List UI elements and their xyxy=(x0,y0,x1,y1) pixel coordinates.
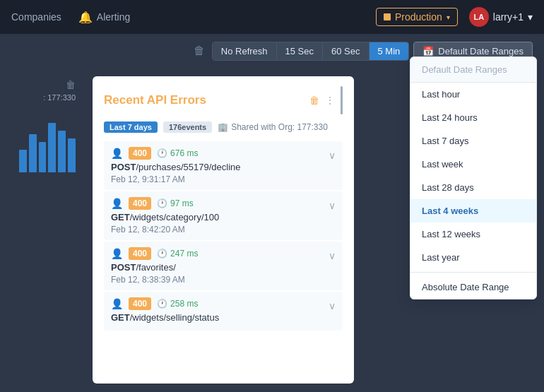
http-method: POST xyxy=(111,262,136,273)
user-label: larry+1 xyxy=(493,11,524,23)
clock-icon: 🕐 xyxy=(157,299,167,309)
clock-icon: 🕐 xyxy=(157,198,167,208)
card-header: Recent API Errors 🗑 ⋮ xyxy=(104,86,343,114)
user-menu-button[interactable]: LA larry+1 ▾ xyxy=(469,7,533,27)
top-nav: Companies 🔔 Alerting Production ▾ LA lar… xyxy=(0,0,544,34)
error-item-top: 👤 400 🕐 247 ms xyxy=(111,247,336,260)
endpoint-path: /widgets/selling/status xyxy=(130,312,219,323)
nav-left: Companies 🔔 Alerting xyxy=(11,11,130,24)
endpoint-path: /favorites/ xyxy=(136,262,175,273)
production-chevron-icon: ▾ xyxy=(447,13,450,21)
dropdown-item[interactable]: Last 24 hours xyxy=(410,106,536,129)
dropdown-item[interactable]: Last 4 weeks xyxy=(410,199,536,222)
endpoint-path: /widgets/category/100 xyxy=(130,212,219,222)
http-method: GET xyxy=(111,212,130,222)
error-item: 👤 400 🕐 676 ms POST/purchases/55179/decl… xyxy=(104,141,343,190)
org-icon: 🏢 xyxy=(218,122,228,132)
expand-icon[interactable]: ∨ xyxy=(329,300,336,311)
error-code: 400 xyxy=(129,147,151,160)
error-item: 👤 400 🕐 247 ms POST/favorites/ Feb 12, 8… xyxy=(104,242,343,290)
dropdown-item[interactable]: Last 12 weeks xyxy=(410,222,536,246)
date-range-dropdown: Default Date Ranges Last hourLast 24 hou… xyxy=(410,57,537,299)
error-path: POST/purchases/55179/decline xyxy=(111,162,336,172)
recent-api-errors-card: Recent API Errors 🗑 ⋮ Last 7 days 176eve… xyxy=(93,76,354,384)
chart-bar xyxy=(58,131,66,172)
avatar: LA xyxy=(469,7,489,27)
scrollbar[interactable] xyxy=(341,86,343,114)
left-panel: 🗑 : 177:330 xyxy=(0,68,81,392)
error-item: 👤 400 🕐 97 ms GET/widgets/category/100 F… xyxy=(104,191,343,240)
error-path: GET/widgets/category/100 xyxy=(111,212,336,222)
expand-icon[interactable]: ∨ xyxy=(329,150,336,161)
chart-bar xyxy=(48,123,56,172)
expand-icon[interactable]: ∨ xyxy=(329,200,336,211)
clock-icon: 🕐 xyxy=(157,148,167,158)
user-chevron-icon: ▾ xyxy=(528,11,533,23)
card-drag-icon[interactable]: ⋮ xyxy=(325,95,335,106)
chart-bar xyxy=(68,138,76,172)
no-refresh-button[interactable]: No Refresh xyxy=(213,42,277,60)
error-date: Feb 12, 8:42:20 AM xyxy=(111,225,336,234)
dropdown-item[interactable]: Last 28 days xyxy=(410,176,536,199)
nav-companies[interactable]: Companies xyxy=(11,11,61,23)
production-button[interactable]: Production ▾ xyxy=(376,8,458,26)
error-item-top: 👤 400 🕐 258 ms xyxy=(111,297,336,310)
bell-icon: 🔔 xyxy=(78,11,93,24)
card-title: Recent API Errors xyxy=(104,93,206,107)
chart-bar xyxy=(19,150,27,172)
dropdown-item[interactable]: Last year xyxy=(410,246,536,269)
error-path: GET/widgets/selling/status xyxy=(111,312,336,323)
error-time: 🕐 97 ms xyxy=(157,198,194,208)
http-method: GET xyxy=(111,312,130,323)
user-icon: 👤 xyxy=(111,198,123,209)
card-trash-icon[interactable]: 🗑 xyxy=(309,95,319,106)
chart-bar xyxy=(29,134,37,172)
error-code: 400 xyxy=(129,297,151,310)
bar-chart xyxy=(19,116,76,172)
widget-label: : 177:330 xyxy=(43,93,76,102)
user-icon: 👤 xyxy=(111,298,123,309)
nav-right: Production ▾ LA larry+1 ▾ xyxy=(376,7,533,27)
dropdown-item[interactable]: Last hour xyxy=(410,83,536,106)
card-actions: 🗑 ⋮ xyxy=(309,86,343,114)
expand-icon[interactable]: ∨ xyxy=(329,250,336,261)
error-item-top: 👤 400 🕐 676 ms xyxy=(111,147,336,160)
error-list: 👤 400 🕐 676 ms POST/purchases/55179/decl… xyxy=(104,141,343,331)
clock-icon: 🕐 xyxy=(157,249,167,259)
date-range-label: Default Date Ranges xyxy=(438,46,524,57)
error-time: 🕐 247 ms xyxy=(157,249,198,259)
error-code: 400 xyxy=(129,247,151,260)
dropdown-divider xyxy=(410,272,536,273)
shared-label: 🏢 Shared with Org: 177:330 xyxy=(218,122,328,132)
error-date: Feb 12, 8:38:39 AM xyxy=(111,275,336,285)
dropdown-header: Default Date Ranges xyxy=(410,57,536,83)
user-icon: 👤 xyxy=(111,248,123,259)
15sec-button[interactable]: 15 Sec xyxy=(277,42,323,60)
widget-trash-icon[interactable]: 🗑 xyxy=(66,79,76,90)
error-item-top: 👤 400 🕐 97 ms xyxy=(111,197,336,210)
chart-bar xyxy=(39,142,47,172)
error-time: 🕐 676 ms xyxy=(157,148,198,158)
refresh-group: No Refresh 15 Sec 60 Sec 5 Min xyxy=(212,42,410,61)
5min-button[interactable]: 5 Min xyxy=(369,42,409,60)
error-date: Feb 12, 9:31:17 AM xyxy=(111,174,336,184)
dropdown-item[interactable]: Last 7 days xyxy=(410,129,536,153)
card-meta: Last 7 days 176events 🏢 Shared with Org:… xyxy=(104,121,343,133)
endpoint-path: /purchases/55179/decline xyxy=(136,162,240,172)
absolute-date-range-item[interactable]: Absolute Date Range xyxy=(410,275,536,299)
production-indicator xyxy=(384,13,391,20)
60sec-button[interactable]: 60 Sec xyxy=(323,42,369,60)
dropdown-item[interactable]: Last week xyxy=(410,153,536,176)
error-item: 👤 400 🕐 258 ms GET/widgets/selling/statu… xyxy=(104,292,343,331)
events-badge: 176events xyxy=(163,121,212,133)
calendar-icon: 📅 xyxy=(422,46,434,57)
error-path: POST/favorites/ xyxy=(111,262,336,273)
days-badge: Last 7 days xyxy=(104,121,158,133)
error-code: 400 xyxy=(129,197,151,210)
nav-alerting[interactable]: 🔔 Alerting xyxy=(78,11,130,24)
production-label: Production xyxy=(395,11,442,23)
error-time: 🕐 258 ms xyxy=(157,299,198,309)
http-method: POST xyxy=(111,162,136,172)
delete-button[interactable]: 🗑 xyxy=(191,42,208,60)
alerting-label: Alerting xyxy=(97,11,130,23)
